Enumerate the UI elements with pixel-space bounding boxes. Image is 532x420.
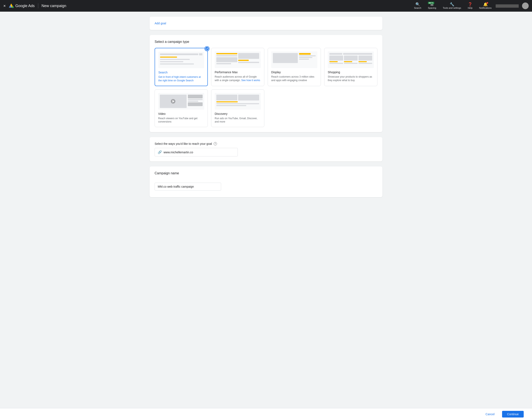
video-type-desc: Reach viewers on YouTube and get convers… (158, 117, 204, 124)
campaign-type-empty-2 (324, 90, 378, 127)
campaign-type-performance-max[interactable]: Performance Max Reach audiences across a… (211, 48, 264, 86)
campaign-type-shopping[interactable]: Shopping Showcase your products to shopp… (324, 48, 378, 86)
goal-label: Select the ways you'd like to reach your… (154, 142, 378, 145)
campaign-types-row1: Search Get in front of high-intent custo… (154, 48, 378, 86)
header-divider (38, 3, 38, 8)
help-action-button[interactable]: ❓ Help (465, 2, 475, 10)
account-name: ████████████ (496, 4, 519, 7)
google-ads-icon (8, 3, 14, 9)
campaign-type-card: Select a campaign type (150, 35, 382, 132)
shopping-type-desc: Showcase your products to shoppers as th… (328, 75, 374, 82)
add-goal-card: Add goal (150, 17, 382, 30)
search-illustration (158, 52, 204, 68)
help-icon: ❓ (468, 2, 472, 6)
notifications-action-label: Notifications (479, 7, 492, 9)
goal-reach-card: Select the ways you'd like to reach your… (150, 137, 382, 161)
campaign-name-input[interactable] (154, 183, 221, 191)
selected-checkmark (205, 46, 210, 51)
campaign-type-empty-1 (268, 90, 321, 127)
notifications-action-button[interactable]: 🔔 Notifications (477, 2, 494, 10)
display-type-name: Display (271, 71, 317, 74)
campaign-type-discovery[interactable]: Discovery Run ads on YouTube, Gmail, Dis… (211, 90, 264, 127)
search-icon: 🔍 (415, 2, 420, 6)
discovery-type-name: Discovery (215, 112, 261, 116)
goal-label-text: Select the ways you'd like to reach your… (154, 142, 212, 145)
see-how-it-works-link[interactable]: See how it works (241, 79, 260, 82)
display-type-desc: Reach customers across 3 million sites a… (271, 75, 317, 82)
campaign-name-title: Campaign name (154, 171, 378, 175)
discovery-type-desc: Run ads on YouTube, Gmail, Discover, and… (215, 117, 261, 124)
search-type-name: Search (158, 71, 204, 74)
video-type-name: Video (158, 112, 204, 116)
performance-max-illustration (215, 51, 261, 68)
display-illustration (271, 51, 317, 68)
performance-max-type-name: Performance Max (215, 71, 261, 74)
goal-help-icon[interactable]: ? (214, 142, 217, 145)
goal-url-input[interactable]: 🔗 www.michellemartin.co (154, 148, 238, 156)
close-button[interactable]: × (3, 4, 6, 8)
notification-dot (487, 2, 488, 4)
campaign-type-search[interactable]: Search Get in front of high-intent custo… (154, 48, 208, 86)
campaign-type-title: Select a campaign type (154, 40, 378, 44)
shopping-type-name: Shopping (328, 71, 374, 74)
performance-max-type-desc: Reach audiences across all of Google wit… (215, 75, 261, 82)
campaign-types-row2: Video Reach viewers on YouTube and get c… (154, 90, 378, 127)
spacing-action-button[interactable]: ⊞ BETA Spacing (425, 2, 439, 10)
discovery-illustration (215, 93, 261, 110)
goal-url-value: www.michellemartin.co (164, 150, 193, 154)
page-title: New campaign (42, 4, 66, 8)
header-actions: 🔍 Search ⊞ BETA Spacing 🔧 Tools and sett… (411, 2, 529, 10)
notifications-icon-wrapper: 🔔 (483, 2, 488, 6)
app-logo: Google Ads (8, 3, 35, 9)
spacing-action-label: Spacing (428, 7, 436, 9)
account-selector[interactable]: ████████████ (496, 2, 529, 9)
add-goal-link[interactable]: Add goal (154, 22, 166, 25)
spacing-icon-wrapper: ⊞ BETA (430, 2, 434, 6)
main-content: Add goal Select a campaign type (141, 12, 391, 219)
shopping-illustration (328, 51, 374, 68)
campaign-type-video[interactable]: Video Reach viewers on YouTube and get c… (154, 90, 208, 127)
campaign-name-card: Campaign name (150, 166, 382, 197)
search-action-label: Search (414, 7, 421, 9)
header: × Google Ads New campaign 🔍 Search ⊞ BET… (0, 0, 532, 12)
beta-badge: BETA (428, 2, 434, 4)
profile-avatar[interactable] (522, 2, 529, 9)
help-action-label: Help (468, 7, 473, 9)
search-icon-wrapper: 🔍 (415, 2, 420, 6)
tools-icon: 🔧 (450, 2, 454, 6)
svg-point-2 (12, 6, 14, 8)
url-link-icon: 🔗 (158, 150, 162, 154)
tools-action-button[interactable]: 🔧 Tools and settings (440, 2, 464, 10)
campaign-type-display[interactable]: Display Reach customers across 3 million… (268, 48, 321, 86)
checkmark-icon (205, 47, 209, 50)
tools-action-label: Tools and settings (443, 7, 461, 9)
search-type-desc: Get in front of high-intent customers at… (158, 75, 204, 82)
help-icon-wrapper: ❓ (468, 2, 472, 6)
video-illustration (158, 93, 204, 110)
tools-icon-wrapper: 🔧 (450, 2, 454, 6)
search-action-button[interactable]: 🔍 Search (411, 2, 424, 10)
app-name: Google Ads (15, 4, 35, 8)
svg-point-3 (205, 47, 209, 50)
